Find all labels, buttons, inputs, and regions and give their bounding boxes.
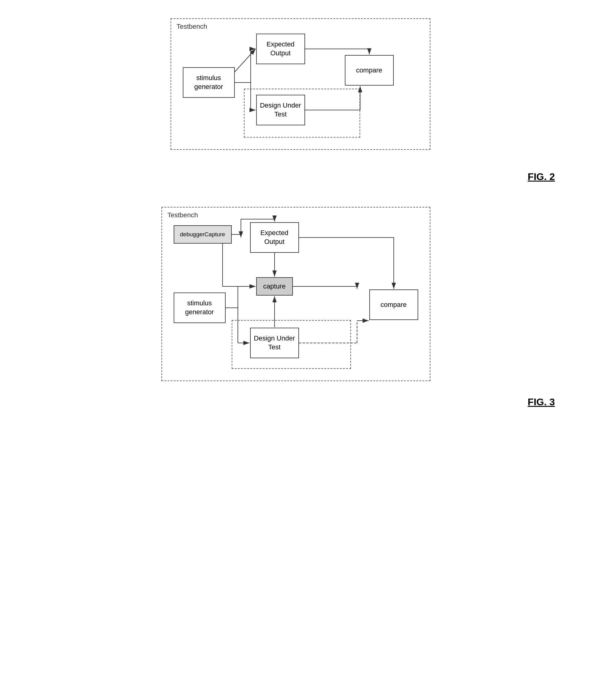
testbench-label-3: Testbench (168, 211, 198, 219)
dut-block-2: Design Under Test (256, 95, 305, 125)
testbench-label-2: Testbench (177, 23, 207, 30)
diagram-2: Testbench stimulus generator Expected Ou… (171, 18, 446, 165)
dut-block-3: Design Under Test (250, 328, 299, 358)
stimulus-generator-block-2: stimulus generator (183, 67, 235, 98)
expected-output-block-3: Expected Output (250, 222, 299, 253)
capture-block: capture (256, 277, 293, 296)
figure-2: Testbench stimulus generator Expected Ou… (24, 18, 592, 182)
fig3-label: FIG. 3 (528, 397, 555, 408)
compare-block-2: compare (345, 55, 394, 85)
diagram-3: Testbench debuggerCapture Expected Outpu… (162, 207, 455, 390)
stimulus-generator-block-3: stimulus generator (174, 293, 226, 323)
figure-3: Testbench debuggerCapture Expected Outpu… (24, 207, 592, 408)
compare-block-3: compare (369, 289, 418, 320)
debugger-capture-block: debuggerCapture (174, 225, 232, 244)
fig2-label: FIG. 2 (528, 171, 555, 182)
expected-output-block-2: Expected Output (256, 34, 305, 64)
